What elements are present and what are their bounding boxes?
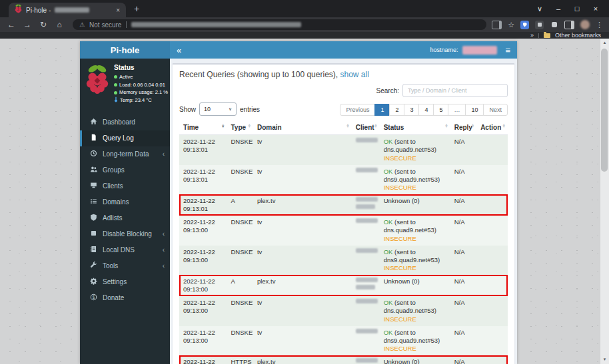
cell-time: 2022-11-22 09:13:01 (179, 135, 227, 165)
address-bar[interactable]: ⚠ Not secure (73, 19, 486, 30)
minimize-icon[interactable]: – (549, 5, 568, 13)
chevron-down-icon: ∨ (229, 106, 232, 112)
cell-status: OK (sent to dns9.quad9.net#53)INSECURE (380, 326, 450, 356)
cell-domain: tv (253, 216, 352, 246)
browser-menu-icon[interactable]: ⋮ (596, 21, 603, 29)
client-redacted (356, 138, 378, 142)
browser-tab[interactable]: Pi-hole - × (9, 3, 126, 17)
pagination-page-1[interactable]: 1 (374, 104, 390, 116)
url-redacted (131, 22, 301, 27)
browser-chrome: Pi-hole - × + ∨ – □ × ← → ↻ ⌂ ⚠ Not secu… (0, 0, 609, 39)
pagination-page-4[interactable]: 4 (418, 104, 434, 116)
pagination-page-2[interactable]: 2 (389, 104, 404, 116)
reload-icon[interactable]: ↻ (35, 21, 51, 29)
home-icon[interactable]: ⌂ (51, 21, 67, 29)
search-input[interactable] (402, 84, 508, 97)
puzzle-extensions-icon[interactable] (550, 21, 558, 29)
bookmark-star-icon[interactable]: ☆ (508, 21, 514, 29)
donate-icon: $ (90, 293, 97, 302)
sidebar-item-disable-blocking[interactable]: Disable Blocking‹ (80, 226, 170, 242)
tab-close-icon[interactable]: × (116, 7, 120, 14)
profile-avatar[interactable] (580, 20, 590, 29)
chevrons-right-icon[interactable]: » (530, 32, 534, 39)
cell-domain: plex.tv (253, 275, 352, 296)
cell-action (476, 326, 508, 356)
sort-icon: ▲▼ (247, 124, 251, 128)
sidebar-item-groups[interactable]: Groups (80, 162, 170, 178)
cell-type: DNSKEY (227, 216, 253, 246)
column-header-action[interactable]: Action▲▼ (476, 120, 508, 135)
cell-action (476, 246, 508, 275)
sidebar-item-dashboard[interactable]: Dashboard (80, 114, 170, 130)
recent-queries-box: Recent Queries (showing up to 100 querie… (173, 63, 514, 364)
column-header-client[interactable]: Client▲▼ (352, 120, 380, 135)
users-icon (90, 166, 97, 174)
table-row: 2022-11-22 09:13:01Aplex.tvUnknown (0)N/… (179, 194, 508, 216)
pagination-page-3[interactable]: 3 (404, 104, 419, 116)
cell-domain: tv (253, 296, 352, 326)
page-title: Recent Queries (showing up to 100 querie… (179, 70, 338, 79)
sidebar-item-long-term-data[interactable]: Long-term Data‹ (80, 146, 170, 162)
cell-action (476, 355, 508, 364)
browser-toolbar: ← → ↻ ⌂ ⚠ Not secure ☆ ⋮ (0, 17, 609, 32)
pagination-ellipsis[interactable]: … (448, 104, 466, 116)
sidebar-item-domains[interactable]: Domains (80, 194, 170, 210)
hamburger-menu-icon[interactable]: ≡ (505, 45, 510, 55)
pagination-page-10[interactable]: 10 (465, 104, 484, 116)
hostname-redacted (462, 46, 497, 55)
divider (126, 21, 127, 28)
sidebar-item-local-dns[interactable]: Local DNS‹ (80, 242, 170, 258)
search-label: Search: (376, 87, 399, 94)
cell-type: A (227, 194, 253, 216)
status-panel: Status ActiveLoad: 0.06 0.04 0.01Memory … (80, 59, 170, 108)
cell-client (352, 165, 380, 195)
sidebar-item-tools[interactable]: Tools‹ (80, 258, 170, 274)
cell-type: DNSKEY (227, 326, 253, 356)
column-header-domain[interactable]: Domain▲▼ (253, 120, 352, 135)
extension-icon[interactable] (535, 21, 544, 29)
raspberry-logo (85, 64, 109, 98)
scrollbar-thumb[interactable] (601, 49, 608, 172)
sidebar-item-adlists[interactable]: Adlists (80, 210, 170, 226)
page-scrollbar[interactable]: ▲ ▼ (600, 39, 609, 364)
forward-icon[interactable]: → (19, 21, 35, 29)
cell-time: 2022-11-22 09:13:00 (179, 275, 227, 296)
client-redacted (356, 277, 378, 282)
sidebar-item-clients[interactable]: Clients (80, 178, 170, 194)
side-panel-icon[interactable] (564, 21, 574, 29)
other-bookmarks-label[interactable]: Other bookmarks (555, 32, 601, 39)
show-all-link[interactable]: show all (340, 70, 368, 79)
status-item-active: Active (114, 73, 168, 81)
column-header-status[interactable]: Status▲▼ (380, 120, 450, 135)
pagination-previous[interactable]: Previous (340, 104, 375, 116)
cell-domain: tv (253, 326, 352, 356)
table-row: 2022-11-22 09:13:00Aplex.tvUnknown (0)N/… (179, 275, 508, 296)
scroll-down-icon[interactable]: ▼ (600, 355, 609, 364)
column-header-reply[interactable]: Reply▲▼ (450, 120, 476, 135)
pagination-page-5[interactable]: 5 (433, 104, 448, 116)
sidebar-collapse-icon[interactable]: « (177, 45, 181, 55)
pagination-next[interactable]: Next (483, 104, 508, 116)
maximize-icon[interactable]: □ (568, 5, 586, 13)
close-icon[interactable]: × (586, 5, 605, 13)
sort-icon: ▲▼ (471, 124, 474, 128)
share-icon[interactable] (492, 21, 502, 29)
cell-time: 2022-11-22 09:13:00 (179, 326, 227, 356)
window-chevron-icon[interactable]: ∨ (530, 5, 549, 13)
cell-client (352, 194, 380, 216)
not-secure-label[interactable]: Not secure (89, 21, 121, 29)
column-header-type[interactable]: Type▲▼ (227, 120, 253, 135)
new-tab-button[interactable]: + (134, 4, 139, 13)
sidebar-item-query-log[interactable]: Query Log (80, 130, 170, 146)
top-navbar: « hostname: ≡ (170, 41, 517, 59)
password-extension-icon[interactable] (520, 21, 529, 29)
brand-logo[interactable]: Pi-hole (80, 41, 170, 59)
column-header-time[interactable]: Time▲▼ (179, 120, 227, 135)
back-icon[interactable]: ← (3, 21, 19, 29)
sidebar-item-donate[interactable]: $Donate (80, 290, 170, 306)
client-redacted (356, 299, 378, 303)
entries-select[interactable]: 10 ∨ (199, 102, 237, 116)
sidebar-item-settings[interactable]: Settings (80, 274, 170, 290)
tab-strip: Pi-hole - × + ∨ – □ × (0, 0, 609, 17)
scroll-up-icon[interactable]: ▲ (600, 39, 609, 47)
